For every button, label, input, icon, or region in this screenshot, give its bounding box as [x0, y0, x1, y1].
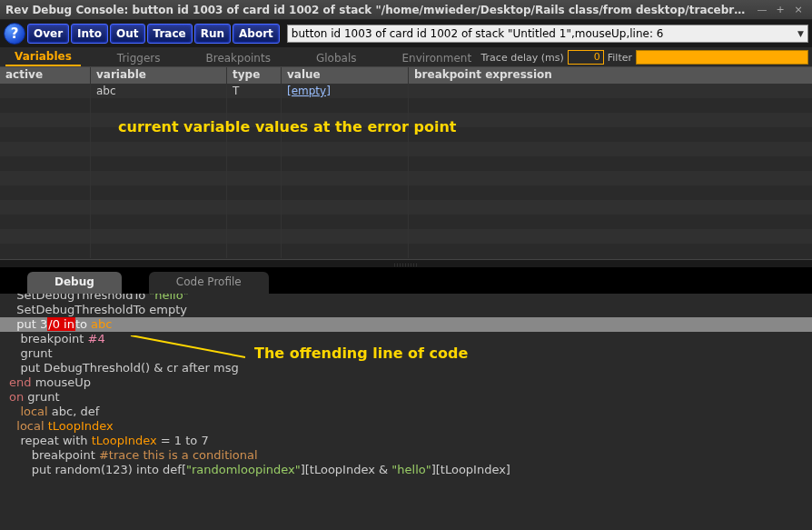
trace-button[interactable]: Trace [147, 24, 193, 44]
variable-table-header: active variable type value breakpoint ex… [0, 67, 812, 84]
col-variable[interactable]: variable [91, 67, 227, 84]
filter-input[interactable] [636, 50, 808, 65]
tab-environment[interactable]: Environment [392, 50, 480, 66]
table-row [0, 229, 812, 244]
code-line: put DebugThreshold() & cr after msg [0, 361, 812, 375]
pane-splitter[interactable]: ::::::::: [0, 259, 812, 268]
col-active[interactable]: active [0, 67, 91, 84]
code-line: end mouseUp [0, 375, 812, 390]
filter-label: Filter [608, 52, 632, 64]
step-over-button[interactable]: Over [27, 24, 69, 44]
step-out-button[interactable]: Out [110, 24, 144, 44]
table-row [0, 156, 812, 171]
cell-active [0, 84, 91, 98]
maximize-button[interactable]: + [772, 3, 788, 17]
abort-button[interactable]: Abort [233, 24, 280, 44]
col-type[interactable]: type [227, 67, 282, 84]
code-line: SetDebugThresholdTo "hello" [0, 294, 812, 303]
tab-breakpoints[interactable]: Breakpoints [196, 50, 279, 66]
toolbar: ? Over Into Out Trace Run Abort button i… [0, 20, 812, 47]
tab-globals[interactable]: Globals [307, 50, 366, 66]
code-line: breakpoint #trace this is a conditional [0, 448, 812, 463]
lower-tab-bar: Debug Code Profile [0, 268, 812, 294]
minimize-button[interactable]: — [754, 3, 770, 17]
tab-triggers[interactable]: Triggers [108, 50, 170, 66]
table-row [0, 98, 812, 113]
value-link[interactable]: [empty] [287, 85, 331, 97]
context-combo[interactable]: button id 1003 of card id 1002 of stack … [287, 25, 808, 43]
variable-table-body: abc T [empty] current variable values at… [0, 84, 812, 259]
callout-code: The offending line of code [254, 346, 468, 361]
chevron-down-icon: ▼ [797, 29, 804, 38]
code-line: repeat with tLoopIndex = 1 to 7 [0, 434, 812, 448]
tab-code-profile[interactable]: Code Profile [149, 272, 269, 294]
table-row [0, 244, 812, 258]
table-row [0, 171, 812, 185]
code-line: SetDebugThresholdTo empty [0, 303, 812, 317]
tab-debug[interactable]: Debug [27, 272, 122, 294]
col-breakpoint[interactable]: breakpoint expression [409, 67, 812, 84]
callout-variables: current variable values at the error poi… [118, 118, 456, 135]
code-line: local tLoopIndex [0, 419, 812, 434]
close-button[interactable]: × [790, 3, 807, 17]
code-editor[interactable]: SetDebugThresholdTo "hello" SetDebugThre… [0, 294, 812, 530]
table-row [0, 215, 812, 229]
trace-delay-label: Trace delay (ms) [480, 52, 563, 64]
filter-bar: Trace delay (ms) 0 Filter [480, 48, 808, 66]
table-row [0, 142, 812, 156]
table-row[interactable]: abc T [empty] [0, 84, 812, 98]
title-bar: Rev Debug Console: button id 1003 of car… [0, 0, 812, 20]
cell-breakpoint [409, 84, 812, 98]
context-text: button id 1003 of card id 1002 of stack … [292, 27, 664, 40]
code-line: put random(123) into def["randomloopinde… [0, 463, 812, 477]
help-button[interactable]: ? [4, 23, 25, 45]
table-row [0, 200, 812, 215]
tab-variables[interactable]: Variables [5, 48, 81, 66]
cell-type: T [227, 84, 282, 98]
run-button[interactable]: Run [194, 24, 231, 44]
step-into-button[interactable]: Into [71, 24, 108, 44]
error-span: /0 in [47, 317, 75, 331]
code-line: local abc, def [0, 405, 812, 419]
window-title: Rev Debug Console: button id 1003 of car… [5, 4, 752, 16]
table-row [0, 185, 812, 200]
code-line-current: put 3/0 into abc [0, 317, 812, 332]
cell-value: [empty] [282, 84, 409, 98]
trace-delay-input[interactable]: 0 [568, 50, 604, 65]
col-value[interactable]: value [282, 67, 409, 84]
code-line: on grunt [0, 390, 812, 405]
cell-variable: abc [91, 84, 227, 98]
